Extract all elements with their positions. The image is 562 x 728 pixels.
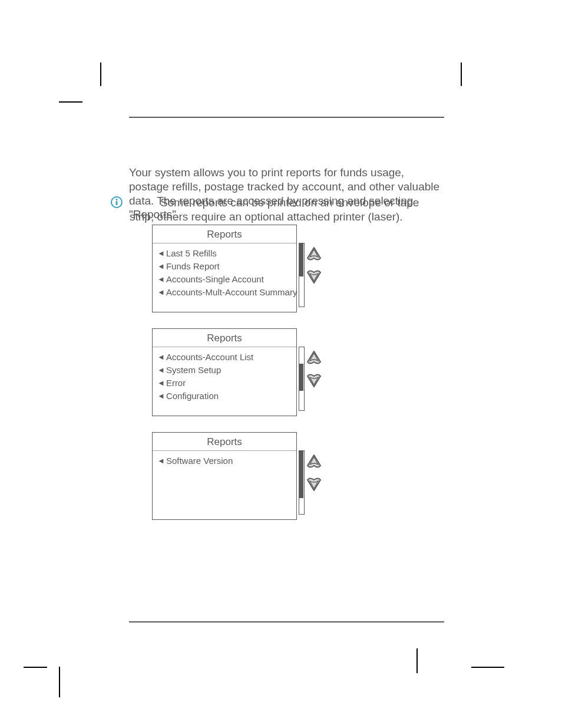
list-item[interactable]: ◄Accounts-Single Account [157,273,292,286]
scrollbar[interactable] [299,347,305,411]
list-item[interactable]: ◄Accounts-Account List [157,351,292,364]
list-item[interactable]: ◄Error [157,377,292,390]
up-arrow-button[interactable] [306,246,322,263]
reports-panel-1: Reports ◄Last 5 Refills ◄Funds Report ◄A… [152,225,297,312]
down-arrow-button[interactable] [306,267,322,285]
info-icon [110,196,123,209]
list-item[interactable]: ◄Configuration [157,390,292,403]
reports-panel-3: Reports ◄Software Version [152,432,297,520]
note-text: Some reports can be printed on an envelo… [130,196,446,224]
up-arrow-button[interactable] [306,350,322,367]
svg-rect-2 [116,201,118,205]
list-item[interactable]: ◄Software Version [157,454,292,467]
list-item[interactable]: ◄Funds Report [157,260,292,273]
down-arrow-button[interactable] [306,371,322,388]
up-arrow-button[interactable] [306,453,322,471]
reports-panel-2: Reports ◄Accounts-Account List ◄System S… [152,328,297,416]
list-item[interactable]: ◄Accounts-Mult-Account Summary [157,286,292,299]
list-item[interactable]: ◄System Setup [157,364,292,377]
panel-title: Reports [153,225,296,243]
list-item[interactable]: ◄Last 5 Refills [157,247,292,260]
scrollbar[interactable] [299,243,305,307]
panel-title: Reports [153,329,296,347]
panel-title: Reports [153,433,296,451]
svg-point-1 [116,199,118,200]
scrollbar[interactable] [299,450,305,515]
down-arrow-button[interactable] [306,475,322,492]
